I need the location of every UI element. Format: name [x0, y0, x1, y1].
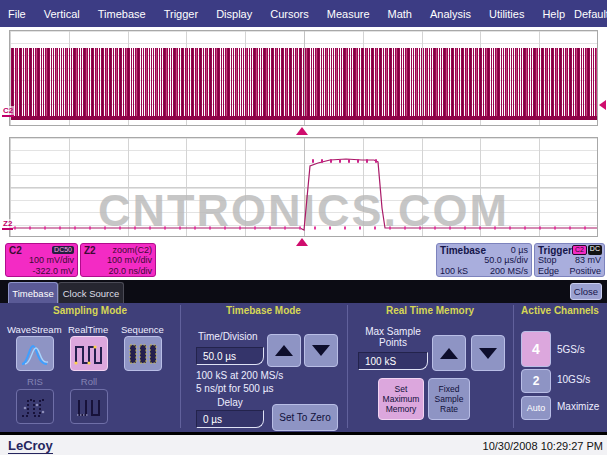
trigger-slope: Positive	[569, 266, 601, 277]
c2-descriptor-box[interactable]: C2 DC50 100 mV/div -322.0 mV	[5, 243, 78, 277]
real-time-memory-header: Real Time Memory	[347, 305, 513, 316]
up-arrow-icon	[440, 348, 458, 359]
delay-label: Delay	[196, 397, 264, 408]
status-bar: LeCroy 10/30/2008 10:29:27 PM	[0, 433, 607, 455]
ris-label: RIS	[16, 376, 54, 387]
timebase-scale: 50.0 µs/div	[484, 255, 528, 266]
menu-math[interactable]: Math	[379, 8, 421, 20]
wavestream-icon	[20, 341, 50, 367]
fixed-sample-rate-button[interactable]: Fixed Sample Rate	[428, 378, 470, 420]
wavestream-button[interactable]	[16, 336, 54, 371]
trigger-coupling-badge: DC	[588, 245, 602, 255]
roll-button[interactable]	[70, 389, 108, 424]
c2-baseline	[11, 116, 597, 120]
sequence-button[interactable]	[124, 336, 162, 371]
z2-scale: 100 mV/div	[107, 255, 152, 266]
menu-display[interactable]: Display	[207, 8, 261, 20]
z2-source: zoom(C2)	[112, 245, 152, 256]
menu-bar: File Vertical Timebase Trigger Display C…	[0, 0, 607, 27]
realtime-button[interactable]	[70, 336, 108, 371]
z2-timebase: 20.0 ns/div	[108, 266, 152, 277]
main-grid	[9, 30, 598, 126]
time-division-label: Time/Division	[198, 331, 258, 342]
oscilloscope-screen: File Vertical Timebase Trigger Display C…	[0, 0, 607, 455]
section-divider	[180, 305, 181, 428]
max-sample-points-field[interactable]: 100 kS	[358, 352, 428, 370]
time-division-up-button[interactable]	[267, 334, 301, 367]
up-arrow-icon	[275, 345, 293, 356]
section-divider	[513, 305, 514, 428]
c2-trace-label: C2	[2, 106, 14, 117]
section-divider	[347, 305, 348, 428]
memory-down-button[interactable]	[471, 335, 505, 371]
trigger-level-arrow-icon[interactable]	[599, 100, 606, 110]
trigger-type: Edge	[538, 266, 559, 277]
max-sample-points-label: Max Sample Points	[357, 326, 429, 348]
zoom-grid	[9, 137, 598, 237]
trigger-descriptor-box[interactable]: Trigger C2 DC Stop 83 mV Edge Positive	[534, 243, 605, 277]
wavestream-label: WaveStream	[7, 324, 62, 335]
timebase-samples: 100 kS	[440, 266, 468, 277]
channels-auto-button[interactable]: Auto	[521, 396, 551, 420]
channels-2-button[interactable]: 2	[521, 369, 551, 393]
timebase-dialog: Timebase Clock Source Close Sampling Mod…	[0, 280, 607, 433]
down-arrow-icon	[479, 348, 497, 359]
tab-timebase[interactable]: Timebase	[8, 282, 58, 303]
rate-10gs-label: 10GS/s	[557, 374, 590, 385]
trigger-time-marker-icon[interactable]	[296, 127, 308, 135]
timebase-rate: 200 MS/s	[490, 266, 528, 277]
c2-coupling-badge: DC50	[52, 246, 74, 254]
trigger-source-badge: C2	[572, 245, 587, 255]
menu-timebase[interactable]: Timebase	[89, 8, 155, 20]
down-arrow-icon	[312, 345, 330, 356]
trigger-mode: Stop	[538, 255, 557, 266]
sample-info-line2: 5 ns/pt for 500 µs	[196, 383, 273, 394]
c2-id: C2	[9, 245, 22, 256]
active-channels-header: Active Channels	[513, 305, 607, 316]
realtime-icon	[74, 341, 104, 367]
z2-trace-label: Z2	[2, 219, 13, 230]
menu-cursors[interactable]: Cursors	[261, 8, 318, 20]
menu-file[interactable]: File	[5, 8, 35, 20]
c2-offset: -322.0 mV	[32, 266, 74, 277]
default-label: Default:	[574, 8, 607, 20]
set-to-zero-button[interactable]: Set To Zero	[272, 404, 338, 431]
time-division-field[interactable]: 50.0 µs	[196, 347, 264, 365]
menu-help[interactable]: Help	[533, 8, 574, 20]
z2-pulse-trace	[10, 138, 597, 236]
menu-measure[interactable]: Measure	[318, 8, 379, 20]
trigger-title: Trigger	[538, 245, 572, 256]
zoom-position-marker-icon[interactable]	[296, 238, 308, 246]
roll-icon	[74, 394, 104, 420]
close-button[interactable]: Close	[570, 283, 602, 300]
z2-descriptor-box[interactable]: Z2 zoom(C2) 100 mV/div 20.0 ns/div	[80, 243, 156, 277]
z2-id: Z2	[84, 245, 96, 256]
sampling-mode-header: Sampling Mode	[0, 305, 180, 316]
realtime-label: RealTime	[68, 324, 108, 335]
sequence-icon	[128, 341, 158, 367]
menu-trigger[interactable]: Trigger	[155, 8, 207, 20]
maximize-label: Maximize	[557, 401, 599, 412]
timebase-descriptor-box[interactable]: Timebase 0 µs 50.0 µs/div 100 kS 200 MS/…	[436, 243, 532, 277]
set-maximum-memory-button[interactable]: Set Maximum Memory	[378, 378, 424, 420]
c2-burst-trace	[11, 48, 597, 117]
trigger-level: 83 mV	[575, 255, 601, 266]
channels-4-button[interactable]: 4	[521, 331, 551, 367]
timebase-delay: 0 µs	[511, 245, 528, 256]
time-division-down-button[interactable]	[304, 334, 338, 367]
menu-analysis[interactable]: Analysis	[421, 8, 480, 20]
datetime: 10/30/2008 10:29:27 PM	[483, 440, 603, 452]
ris-icon	[20, 394, 50, 420]
ris-button[interactable]	[16, 389, 54, 424]
timebase-title: Timebase	[440, 245, 486, 256]
c2-scale: 100 mV/div	[29, 255, 74, 266]
menu-utilities[interactable]: Utilities	[480, 8, 533, 20]
lecroy-logo: LeCroy	[8, 438, 53, 454]
sequence-label: Sequence	[121, 324, 164, 335]
delay-field[interactable]: 0 µs	[196, 410, 264, 428]
memory-up-button[interactable]	[432, 335, 466, 371]
sample-info-line1: 100 kS at 200 MS/s	[196, 370, 283, 381]
menu-vertical[interactable]: Vertical	[35, 8, 89, 20]
tab-clock-source[interactable]: Clock Source	[58, 282, 124, 303]
timebase-mode-header: Timebase Mode	[180, 305, 347, 316]
